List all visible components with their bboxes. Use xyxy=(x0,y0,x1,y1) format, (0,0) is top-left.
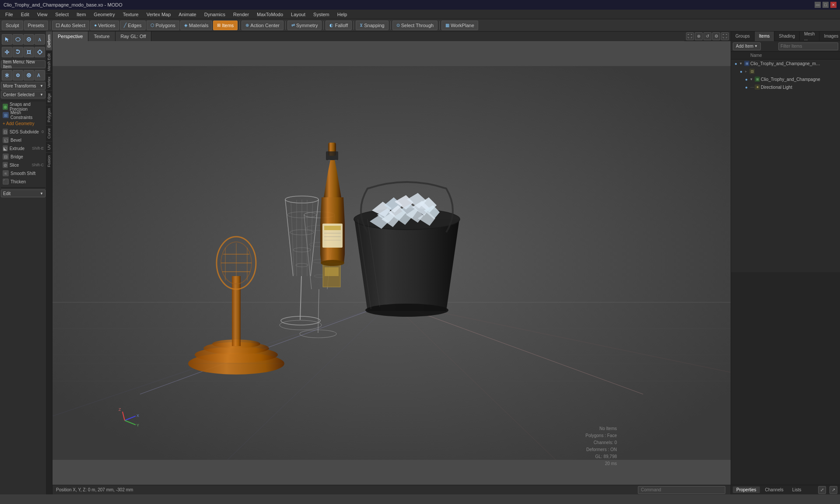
curve-tab[interactable]: Curve xyxy=(46,125,52,141)
add-geometry-item[interactable]: + Add Geometry xyxy=(1,119,46,127)
viewport-canvas[interactable]: X Y Z No Items Polygons : Face Channels:… xyxy=(52,41,731,485)
scene-item-mesh1[interactable]: ● ▾ ⊞ Clio_Trophy_and_Champagne xyxy=(731,75,840,83)
tab-mesh[interactable]: Mesh ... xyxy=(800,32,819,41)
properties-tab[interactable]: Properties xyxy=(733,486,760,493)
command-input[interactable] xyxy=(638,486,725,494)
transform-icon-7[interactable] xyxy=(24,70,34,80)
select-through-button[interactable]: ⊙ Select Through xyxy=(392,21,438,30)
smooth-shift-item[interactable]: ≈ Smooth Shift xyxy=(1,169,46,177)
viewport-ctrl-3[interactable]: ↺ xyxy=(704,32,711,40)
transform-icon-4[interactable] xyxy=(35,47,45,57)
menu-dynamics[interactable]: Dynamics xyxy=(201,11,229,18)
menu-maxtomodo[interactable]: MaxToModo xyxy=(253,11,287,18)
tab-items[interactable]: Items xyxy=(755,32,774,41)
channels-tab[interactable]: Channels xyxy=(762,486,787,493)
polygon-tab[interactable]: Polygon xyxy=(46,105,52,125)
mesh-constraints-item[interactable]: ⊞ Mesh Constraints xyxy=(1,111,46,119)
transform-icon-5[interactable] xyxy=(2,70,12,80)
transform-icon-1[interactable] xyxy=(2,47,12,57)
menu-select[interactable]: Select xyxy=(52,11,72,18)
edge-tab[interactable]: Edge xyxy=(46,90,52,105)
more-transforms-dropdown[interactable]: More Transforms ▼ xyxy=(1,82,46,90)
perspective-tab[interactable]: Perspective xyxy=(52,32,88,41)
tool-icon-3[interactable] xyxy=(24,34,34,45)
edit-dropdown[interactable]: Edit ▼ xyxy=(1,189,46,197)
edges-button[interactable]: ╱ Edges xyxy=(120,21,145,30)
status-bar: Position X, Y, Z: 0 m, 207 mm, -302 mm xyxy=(52,485,731,494)
items-filter-input[interactable] xyxy=(778,42,838,50)
scene-item-root[interactable]: ● ▾ ⊞ Clio_Trophy_and_Champagne_mod... xyxy=(731,60,840,67)
items-button[interactable]: ⊞ Items xyxy=(213,21,238,30)
right-bottom-expand-btn[interactable]: ⤢ xyxy=(818,486,826,494)
tool-icon-2[interactable] xyxy=(13,34,23,45)
add-item-button[interactable]: Add Item ▼ xyxy=(733,42,761,50)
vis-icon-mesh1[interactable]: ● xyxy=(743,76,749,82)
viewport-ctrl-1[interactable]: ⛶ xyxy=(686,32,694,40)
auto-select-button[interactable]: Auto Select xyxy=(52,21,89,30)
transform-icon-8[interactable]: A xyxy=(35,70,45,80)
presets-button[interactable]: Presets xyxy=(24,21,48,30)
fusion-tab[interactable]: Fusion xyxy=(46,152,52,170)
menu-vertex-map[interactable]: Vertex Map xyxy=(143,11,175,18)
menu-item[interactable]: Item xyxy=(73,11,89,18)
action-center-button[interactable]: ⊕ Action Center xyxy=(242,21,284,30)
sds-subdivide-item[interactable]: ⊡ SDS Subdivide 0 xyxy=(1,128,46,136)
item-menu-dropdown[interactable]: Item Menu: New Item xyxy=(1,60,46,68)
extrude-label-row: Extrude Shift-E xyxy=(10,146,44,151)
menu-texture[interactable]: Texture xyxy=(119,11,142,18)
deform-tab[interactable]: Deform xyxy=(46,32,52,50)
mesh-edit-tab[interactable]: Mesh Edit xyxy=(46,50,52,74)
snapping-button[interactable]: ⊻ Snapping xyxy=(356,21,388,30)
texture-tab[interactable]: Texture xyxy=(88,32,115,41)
tool-icon-4[interactable]: A xyxy=(35,34,45,45)
menu-geometry[interactable]: Geometry xyxy=(90,11,118,18)
maximize-button[interactable]: □ xyxy=(822,2,829,8)
thicken-item[interactable]: ⬛ Thicken xyxy=(1,178,46,186)
vertex-tab[interactable]: Vertex xyxy=(46,74,52,91)
menu-view[interactable]: View xyxy=(34,11,51,18)
vis-icon-child1[interactable]: ● xyxy=(738,68,744,74)
minimize-button[interactable]: — xyxy=(815,2,821,8)
transform-icon-6[interactable] xyxy=(13,70,23,80)
menu-layout[interactable]: Layout xyxy=(287,11,309,18)
tab-shading[interactable]: Shading xyxy=(774,32,800,41)
menu-animate[interactable]: Animate xyxy=(175,11,200,18)
menu-help[interactable]: Help xyxy=(334,11,351,18)
tab-groups[interactable]: Groups xyxy=(731,32,755,41)
right-bottom-arrow-btn[interactable]: ↗ xyxy=(830,486,837,494)
vis-icon-light1[interactable]: ● xyxy=(743,84,749,90)
sculpt-button[interactable]: Sculpt xyxy=(2,21,23,30)
extrude-item[interactable]: ⬕ Extrude Shift-E xyxy=(1,144,46,152)
lists-tab[interactable]: Lists xyxy=(789,486,805,493)
viewport-ctrl-5[interactable]: ⛶ xyxy=(721,32,729,40)
vertices-button[interactable]: ● Vertices xyxy=(90,21,119,30)
polygons-button[interactable]: ⬡ Polygons xyxy=(147,21,179,30)
transform-icon-2[interactable] xyxy=(13,47,23,57)
uv-tab[interactable]: UV xyxy=(46,141,52,153)
slice-item[interactable]: ⊘ Slice Shift-C xyxy=(1,161,46,169)
viewport-ctrl-2[interactable]: ⊕ xyxy=(695,32,703,40)
vis-icon-root[interactable]: ● xyxy=(733,60,739,66)
snaps-precision-item[interactable]: ⊕ Snaps and Precision xyxy=(1,103,46,111)
materials-button[interactable]: ◈ Materials xyxy=(180,21,213,30)
center-selected-dropdown[interactable]: Center Selected ▼ xyxy=(1,91,46,98)
tab-images[interactable]: Images xyxy=(819,32,840,41)
menu-edit[interactable]: Edit xyxy=(18,11,33,18)
symmetry-button[interactable]: ⇌ Symmetry xyxy=(287,21,322,30)
menu-render[interactable]: Render xyxy=(230,11,252,18)
bridge-item[interactable]: ⊟ Bridge xyxy=(1,153,46,161)
scene-item-light1[interactable]: ● — ☀ Directional Light xyxy=(731,83,840,91)
close-button[interactable]: ✕ xyxy=(830,2,836,8)
scene-item-child1[interactable]: ● ▸ ⊡ xyxy=(731,67,840,75)
ray-gl-tab[interactable]: Ray GL: Off xyxy=(116,32,152,41)
toolbar-sep-7 xyxy=(439,21,440,30)
falloff-button[interactable]: ◐ Falloff xyxy=(326,21,352,30)
workplane-button[interactable]: ▦ WorkPlane xyxy=(441,21,478,30)
bevel-item[interactable]: ◱ Bevel xyxy=(1,136,46,144)
window-controls[interactable]: — □ ✕ xyxy=(815,2,836,8)
viewport-ctrl-4[interactable]: ⚙ xyxy=(712,32,720,40)
tool-icon-1[interactable] xyxy=(2,34,12,45)
menu-system[interactable]: System xyxy=(310,11,333,18)
menu-file[interactable]: File xyxy=(2,11,17,18)
transform-icon-3[interactable] xyxy=(24,47,34,57)
